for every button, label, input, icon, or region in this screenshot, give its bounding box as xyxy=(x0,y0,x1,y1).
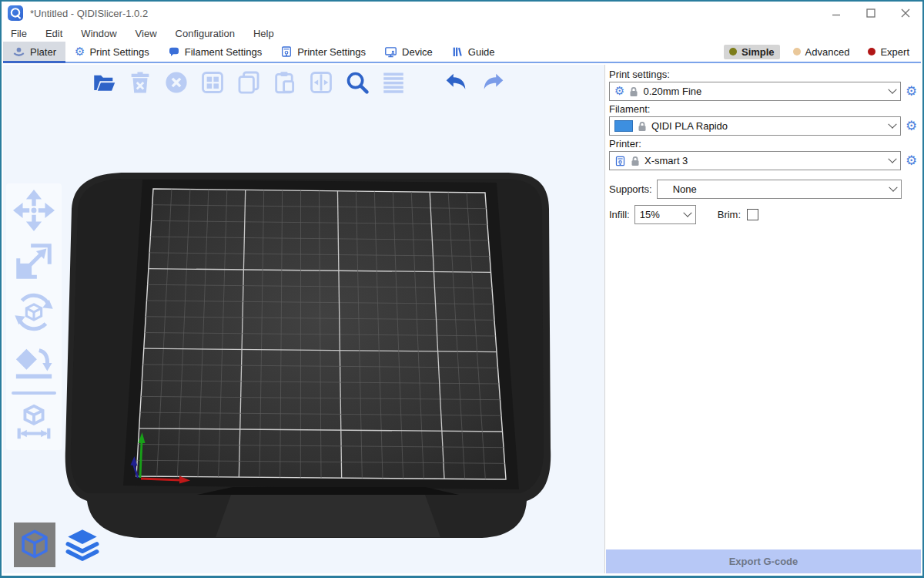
measure-icon[interactable] xyxy=(12,401,56,445)
tab-device-label: Device xyxy=(402,46,433,58)
tab-guide-label: Guide xyxy=(468,46,495,58)
mode-advanced[interactable]: Advanced xyxy=(788,45,855,59)
tab-printer-settings[interactable]: Printer Settings xyxy=(271,42,375,62)
print-settings-combo[interactable]: ⚙ 0.20mm Fine xyxy=(609,82,901,101)
app-icon xyxy=(8,5,23,21)
split-to-objects-icon[interactable] xyxy=(306,68,336,97)
copy-icon[interactable] xyxy=(234,68,263,97)
gizmo-toolbar xyxy=(6,183,62,450)
title-bar: *Untitled - QIDISlicer-1.0.2 xyxy=(2,2,922,25)
filament-color-swatch xyxy=(614,120,633,132)
tab-filament-settings[interactable]: Filament Settings xyxy=(159,42,271,62)
lock-icon xyxy=(638,121,647,132)
3d-editor-view-icon[interactable] xyxy=(14,523,55,567)
filament-gear-button[interactable]: ⚙ xyxy=(904,118,919,135)
printer-gear-button[interactable]: ⚙ xyxy=(904,153,919,170)
tab-plater[interactable]: Plater xyxy=(3,42,65,62)
printer-combo[interactable]: X-smart 3 xyxy=(609,151,901,170)
supports-value: None xyxy=(662,183,886,195)
minimize-button[interactable] xyxy=(819,2,853,25)
menu-help[interactable]: Help xyxy=(253,28,274,39)
settings-panel: Print settings: ⚙ 0.20mm Fine ⚙ Filament… xyxy=(604,65,921,573)
device-icon xyxy=(384,45,397,59)
paste-icon[interactable] xyxy=(270,68,300,97)
chevron-down-icon xyxy=(888,119,896,128)
rotate-icon[interactable] xyxy=(12,290,56,334)
infill-combo[interactable]: 15% xyxy=(634,205,696,224)
menu-view[interactable]: View xyxy=(136,28,157,39)
scale-icon[interactable] xyxy=(12,239,56,284)
brim-checkbox[interactable] xyxy=(747,209,758,220)
filament-value: QIDI PLA Rapido xyxy=(651,120,885,132)
mode-expert[interactable]: Expert xyxy=(862,45,915,59)
redo-icon[interactable] xyxy=(478,68,507,97)
export-gcode-button[interactable]: Export G-code xyxy=(606,549,921,573)
open-icon[interactable] xyxy=(89,68,119,97)
guide-icon xyxy=(451,45,464,58)
tab-guide[interactable]: Guide xyxy=(442,42,504,62)
menu-window[interactable]: Window xyxy=(81,28,116,39)
print-settings-value: 0.20mm Fine xyxy=(643,86,885,97)
close-button[interactable] xyxy=(888,2,922,25)
mode-simple-label: Simple xyxy=(742,46,775,58)
tab-print-settings[interactable]: ⚙ Print Settings xyxy=(65,42,159,62)
tab-bar: Plater ⚙ Print Settings Filament Setting… xyxy=(3,42,921,63)
chevron-down-icon xyxy=(889,183,897,191)
chevron-down-icon xyxy=(683,208,691,217)
filament-label: Filament: xyxy=(609,103,919,115)
plater-icon xyxy=(12,45,25,59)
print-bed xyxy=(3,65,604,573)
menu-file[interactable]: File xyxy=(11,28,27,39)
move-icon[interactable] xyxy=(12,188,56,233)
lock-icon xyxy=(629,86,638,97)
chevron-down-icon xyxy=(888,85,896,93)
menu-edit[interactable]: Edit xyxy=(45,28,62,39)
mode-simple[interactable]: Simple xyxy=(724,45,780,59)
mode-selector: Simple Advanced Expert xyxy=(724,42,921,62)
menu-configuration[interactable]: Configuration xyxy=(176,28,235,39)
plater-toolbar xyxy=(89,68,507,97)
print-settings-gear-button[interactable]: ⚙ xyxy=(904,83,919,100)
tab-print-settings-label: Print Settings xyxy=(89,46,149,58)
place-on-face-icon[interactable] xyxy=(12,341,56,385)
gear-icon: ⚙ xyxy=(614,86,624,97)
arrange-icon[interactable] xyxy=(198,68,227,97)
tab-plater-label: Plater xyxy=(30,46,56,58)
printer-icon xyxy=(280,45,293,58)
undo-icon[interactable] xyxy=(442,68,471,97)
app-window: *Untitled - QIDISlicer-1.0.2 File Edit W… xyxy=(0,0,924,578)
mode-expert-label: Expert xyxy=(880,46,909,58)
delete-all-icon[interactable] xyxy=(162,68,191,97)
mode-advanced-dot xyxy=(793,48,801,55)
infill-label: Infill: xyxy=(609,209,630,220)
tab-device[interactable]: Device xyxy=(375,42,442,62)
chevron-down-icon xyxy=(888,154,896,163)
delete-icon[interactable] xyxy=(126,68,155,97)
3d-viewport[interactable] xyxy=(3,65,604,573)
maximize-button[interactable] xyxy=(853,2,888,25)
supports-label: Supports: xyxy=(609,183,652,195)
search-icon[interactable] xyxy=(343,68,372,97)
brim-label: Brim: xyxy=(718,209,741,220)
printer-icon xyxy=(614,155,626,167)
supports-combo[interactable]: None xyxy=(657,180,902,199)
menu-bar: File Edit Window View Configuration Help xyxy=(3,25,921,42)
printer-value: X-smart 3 xyxy=(644,155,885,166)
mode-simple-dot xyxy=(729,48,737,55)
window-title: *Untitled - QIDISlicer-1.0.2 xyxy=(30,8,148,19)
tab-printer-settings-label: Printer Settings xyxy=(297,46,366,58)
gear-icon: ⚙ xyxy=(75,46,85,58)
lock-icon xyxy=(631,156,640,166)
mode-advanced-label: Advanced xyxy=(805,46,850,58)
printer-label: Printer: xyxy=(609,138,919,150)
tab-filament-settings-label: Filament Settings xyxy=(185,46,262,58)
print-settings-label: Print settings: xyxy=(609,69,919,80)
filament-combo[interactable]: QIDI PLA Rapido xyxy=(609,116,901,136)
gizmo-separator xyxy=(12,391,56,395)
preview-view-icon[interactable] xyxy=(62,523,103,567)
filament-icon xyxy=(168,45,180,58)
variable-layer-height-icon[interactable] xyxy=(379,68,408,97)
mode-expert-dot xyxy=(868,48,875,55)
infill-value: 15% xyxy=(640,209,680,220)
view-toggles xyxy=(14,523,103,567)
